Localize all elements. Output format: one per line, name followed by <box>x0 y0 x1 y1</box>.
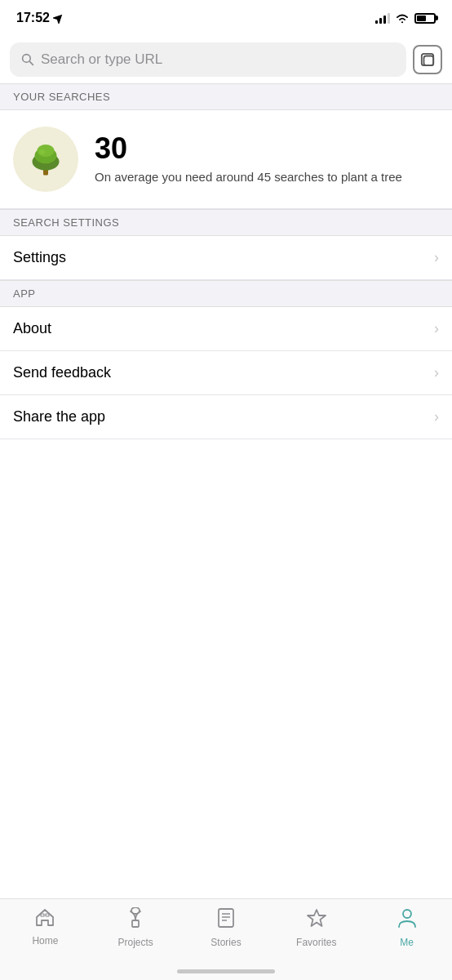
svg-point-1 <box>23 55 31 63</box>
search-icon <box>21 53 34 66</box>
settings-chevron-icon: › <box>434 249 439 266</box>
settings-menu-item[interactable]: Settings › <box>0 236 452 280</box>
tabs-button[interactable] <box>413 45 442 74</box>
svg-point-9 <box>39 149 46 154</box>
tree-count: 30 <box>95 134 439 163</box>
send-feedback-label: Send feedback <box>13 364 111 381</box>
send-feedback-chevron-icon: › <box>434 364 439 381</box>
share-the-app-chevron-icon: › <box>434 408 439 425</box>
share-the-app-label: Share the app <box>13 408 105 425</box>
tab-projects-label: Projects <box>118 937 153 948</box>
tab-favorites-label: Favorites <box>296 937 336 948</box>
svg-rect-14 <box>219 909 233 927</box>
search-bar-container: Search or type URL <box>0 36 452 83</box>
tabs-icon <box>420 52 435 67</box>
location-arrow-icon <box>53 12 64 24</box>
search-placeholder: Search or type URL <box>41 51 162 68</box>
tree-card: 30 On average you need around 45 searche… <box>0 110 452 209</box>
tree-illustration <box>21 135 70 184</box>
status-bar: 17:52 <box>0 0 452 36</box>
tab-me-label: Me <box>400 937 414 948</box>
app-section-header: APP <box>0 280 452 307</box>
tab-favorites[interactable]: Favorites <box>271 907 361 948</box>
wifi-icon <box>395 12 410 24</box>
tree-avatar <box>13 127 78 192</box>
tab-stories-label: Stories <box>210 937 241 948</box>
favorites-icon <box>306 907 327 933</box>
about-chevron-icon: › <box>434 320 439 337</box>
about-menu-item[interactable]: About › <box>0 307 452 351</box>
svg-marker-18 <box>308 910 326 926</box>
tab-stories[interactable]: Stories <box>181 907 272 948</box>
home-icon <box>34 907 55 932</box>
send-feedback-menu-item[interactable]: Send feedback › <box>0 351 452 395</box>
share-the-app-menu-item[interactable]: Share the app › <box>0 395 452 439</box>
projects-icon <box>126 907 145 933</box>
tab-home-label: Home <box>32 935 58 947</box>
tab-projects[interactable]: Projects <box>91 907 181 948</box>
svg-rect-11 <box>46 914 49 916</box>
your-searches-header: YOUR SEARCHES <box>0 83 452 110</box>
svg-marker-0 <box>53 12 64 24</box>
tree-description: On average you need around 45 searches t… <box>95 168 439 185</box>
stories-icon <box>216 907 236 933</box>
me-icon <box>397 907 417 933</box>
tree-info: 30 On average you need around 45 searche… <box>95 134 439 185</box>
svg-rect-4 <box>424 56 434 66</box>
tab-me[interactable]: Me <box>361 907 452 948</box>
search-bar[interactable]: Search or type URL <box>10 42 406 77</box>
status-icons <box>375 12 436 24</box>
home-indicator <box>177 969 275 973</box>
svg-line-2 <box>29 61 33 65</box>
svg-point-19 <box>403 910 411 918</box>
tab-bar: Home Projects Stories F <box>0 898 452 980</box>
svg-rect-12 <box>132 920 139 927</box>
signal-icon <box>375 12 390 24</box>
battery-icon <box>414 13 436 24</box>
svg-rect-10 <box>41 914 44 916</box>
status-time: 17:52 <box>16 11 64 25</box>
svg-point-13 <box>131 907 140 914</box>
about-label: About <box>13 320 51 337</box>
search-settings-header: SEARCH SETTINGS <box>0 209 452 236</box>
settings-label: Settings <box>13 249 66 266</box>
tab-home[interactable]: Home <box>0 907 91 947</box>
